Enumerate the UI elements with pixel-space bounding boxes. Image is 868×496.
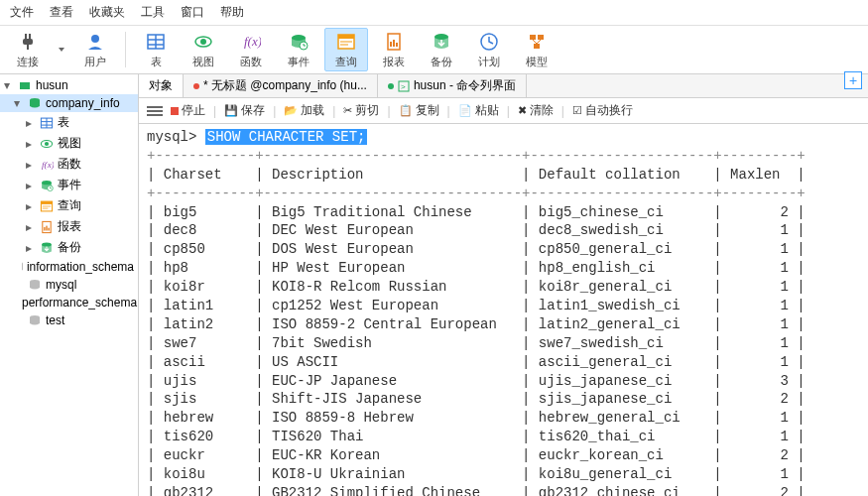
table-icon bbox=[40, 116, 54, 130]
menu-item[interactable]: 帮助 bbox=[220, 4, 244, 21]
database-icon bbox=[28, 278, 42, 292]
view-icon bbox=[40, 137, 54, 151]
toolbar-dropdown-button[interactable] bbox=[54, 28, 69, 71]
report-icon bbox=[40, 220, 54, 234]
status-dot bbox=[388, 83, 394, 89]
tree-item[interactable]: ▸报表 bbox=[0, 216, 138, 237]
toolbar-event-button[interactable]: 事件 bbox=[277, 28, 320, 71]
action-清除[interactable]: ✖清除 bbox=[518, 102, 554, 119]
result-row: | gb2312 | GB2312 Simplified Chinese | g… bbox=[147, 485, 806, 496]
toolbar-table-button[interactable]: 表 bbox=[134, 28, 178, 71]
tree-item[interactable]: ▾husun bbox=[0, 76, 138, 94]
menu-item[interactable]: 收藏夹 bbox=[89, 4, 125, 21]
result-row: | koi8r | KOI8-R Relcom Russian | koi8r_… bbox=[147, 279, 806, 295]
tree-item[interactable]: ▸表 bbox=[0, 112, 138, 133]
report-icon bbox=[383, 31, 405, 53]
toolbar-report-button[interactable]: 报表 bbox=[372, 28, 416, 71]
menu-item[interactable]: 查看 bbox=[50, 4, 73, 21]
svg-rect-47 bbox=[48, 227, 49, 230]
result-row: | hp8 | HP West European | hp8_english_c… bbox=[147, 260, 806, 276]
svg-rect-0 bbox=[25, 34, 27, 39]
tree-item[interactable]: test bbox=[0, 311, 138, 329]
svg-rect-15 bbox=[338, 35, 354, 39]
svg-rect-45 bbox=[44, 227, 45, 231]
tree-item[interactable]: ▸事件 bbox=[0, 175, 138, 195]
toolbar-query-button[interactable]: 查询 bbox=[324, 28, 368, 71]
query-text: SHOW CHARACTER SET; bbox=[205, 129, 368, 145]
svg-rect-25 bbox=[538, 35, 544, 40]
svg-rect-2 bbox=[23, 39, 33, 45]
result-row: | dec8 | DEC West European | dec8_swedis… bbox=[147, 222, 806, 238]
user-icon bbox=[84, 31, 106, 53]
toolbar-fx-button[interactable]: f(x)函数 bbox=[229, 28, 273, 71]
database-icon bbox=[28, 313, 42, 327]
result-row: | big5 | Big5 Traditional Chinese | big5… bbox=[147, 204, 806, 220]
editor-tab[interactable]: >husun - 命令列界面 bbox=[378, 74, 527, 97]
action-复制[interactable]: 📋复制 bbox=[399, 102, 439, 119]
content-area: 对象* 无标题 @company_info (hu...>husun - 命令列… bbox=[139, 74, 868, 496]
menubar: 文件查看收藏夹工具窗口帮助 bbox=[0, 0, 868, 26]
editor-tab[interactable]: * 无标题 @company_info (hu... bbox=[184, 74, 378, 97]
svg-rect-41 bbox=[41, 201, 52, 204]
result-row: | latin1 | cp1252 West European | latin1… bbox=[147, 298, 806, 313]
result-row: | ascii | US ASCII | ascii_general_ci | … bbox=[147, 354, 806, 370]
svg-rect-46 bbox=[46, 225, 47, 230]
svg-text:f(x): f(x) bbox=[244, 34, 261, 49]
toolbar-schedule-button[interactable]: 计划 bbox=[467, 28, 511, 71]
action-剪切[interactable]: ✂剪切 bbox=[343, 102, 379, 119]
tree-item[interactable]: ▸f(x)函数 bbox=[0, 154, 138, 175]
backup-icon bbox=[40, 241, 54, 255]
svg-line-27 bbox=[533, 40, 537, 44]
menu-item[interactable]: 窗口 bbox=[181, 4, 204, 21]
fx-icon: f(x) bbox=[40, 158, 54, 172]
svg-rect-24 bbox=[530, 35, 536, 40]
toolbar-model-button[interactable]: 模型 bbox=[515, 28, 558, 71]
svg-rect-19 bbox=[390, 42, 392, 47]
result-row: | cp850 | DOS West European | cp850_gene… bbox=[147, 241, 806, 257]
toolbar-backup-button[interactable]: 备份 bbox=[420, 28, 463, 71]
menu-icon[interactable] bbox=[147, 106, 163, 116]
sql-terminal[interactable]: mysql> SHOW CHARACTER SET; +------------… bbox=[139, 124, 868, 496]
tree-item[interactable]: ▸查询 bbox=[0, 195, 138, 216]
tree-item[interactable]: performance_schema bbox=[0, 294, 138, 311]
menu-item[interactable]: 工具 bbox=[141, 4, 165, 21]
query-icon bbox=[335, 31, 357, 53]
sidebar: ▾husun▾company_info▸表▸视图▸f(x)函数▸事件▸查询▸报表… bbox=[0, 74, 139, 496]
action-加载[interactable]: 📂加载 bbox=[284, 102, 324, 119]
fx-icon: f(x) bbox=[240, 31, 262, 53]
connection-icon bbox=[18, 78, 32, 92]
action-自动换行[interactable]: ☑自动换行 bbox=[572, 102, 633, 119]
toolbar-plug-button[interactable]: 连接 bbox=[6, 28, 50, 71]
event-icon bbox=[40, 179, 54, 192]
svg-point-4 bbox=[91, 35, 99, 43]
schedule-icon bbox=[478, 31, 500, 53]
action-保存[interactable]: 💾保存 bbox=[224, 102, 265, 119]
svg-line-28 bbox=[537, 40, 541, 44]
action-停止[interactable]: 停止 bbox=[171, 102, 205, 119]
table-icon bbox=[145, 31, 167, 53]
tree-item[interactable]: information_schema bbox=[0, 258, 138, 276]
tree-item[interactable]: ▸备份 bbox=[0, 237, 138, 258]
svg-text:>: > bbox=[401, 82, 406, 91]
svg-point-36 bbox=[45, 141, 49, 145]
toolbar-view-button[interactable]: 视图 bbox=[182, 28, 225, 71]
backup-icon bbox=[431, 31, 452, 53]
database-icon bbox=[28, 96, 42, 110]
terminal-icon: > bbox=[398, 80, 410, 92]
action-bar: 停止|💾保存|📂加载|✂剪切|📋复制|📄粘贴|✖清除|☑自动换行 bbox=[139, 98, 868, 124]
stop-icon bbox=[171, 107, 179, 115]
result-row: | latin2 | ISO 8859-2 Central European |… bbox=[147, 316, 806, 332]
tree-item[interactable]: ▸视图 bbox=[0, 133, 138, 154]
editor-tab[interactable]: 对象 bbox=[139, 74, 184, 97]
dropdown-icon bbox=[51, 39, 72, 61]
tree-item[interactable]: ▾company_info bbox=[0, 94, 138, 112]
toolbar: 连接用户表视图f(x)函数事件查询报表备份计划模型 bbox=[0, 26, 868, 74]
prompt: mysql> bbox=[147, 129, 205, 145]
menu-item[interactable]: 文件 bbox=[10, 4, 34, 21]
result-row: | tis620 | TIS620 Thai | tis620_thai_ci … bbox=[147, 429, 806, 444]
tree-item[interactable]: mysql bbox=[0, 276, 138, 294]
plug-icon bbox=[17, 31, 39, 53]
action-粘贴[interactable]: 📄粘贴 bbox=[458, 102, 499, 119]
toolbar-user-button[interactable]: 用户 bbox=[73, 28, 117, 71]
add-tab-button[interactable]: + bbox=[844, 71, 862, 89]
